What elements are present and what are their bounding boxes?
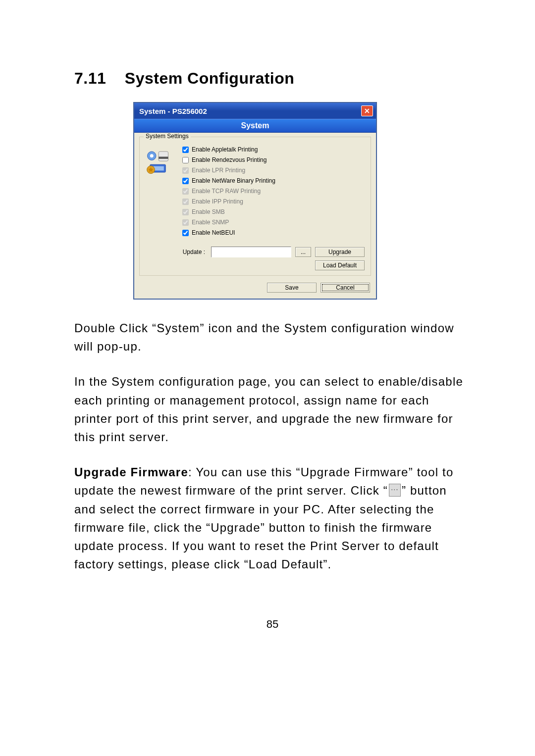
protocol-checkbox xyxy=(182,188,189,195)
section-number: 7.11 xyxy=(74,69,106,87)
cancel-button[interactable]: Cancel xyxy=(321,283,370,293)
protocol-label: Enable Appletalk Printing xyxy=(192,146,258,153)
check-row: Enable SMB xyxy=(182,208,365,215)
section-heading: 7.11 System Configuration xyxy=(74,69,471,88)
upgrade-button[interactable]: Upgrade xyxy=(315,247,365,257)
check-row: Enable LPR Printing xyxy=(182,167,365,174)
check-row: Enable SNMP xyxy=(182,219,365,226)
paragraph-2: In the System configuration page, you ca… xyxy=(74,372,471,446)
system-dialog: System - PS256002 ✕ System System Settin… xyxy=(134,102,376,299)
check-row: Enable NetWare Binary Printing xyxy=(182,177,365,184)
protocol-checkbox[interactable] xyxy=(182,147,189,153)
group-legend: System Settings xyxy=(144,133,191,140)
protocol-label: Enable IPP Printing xyxy=(192,198,243,205)
system-band: System xyxy=(134,119,376,133)
paragraph-1: Double Click “System” icon and the Syste… xyxy=(74,319,471,355)
protocol-checkbox xyxy=(182,167,189,174)
check-row: Enable NetBEUI xyxy=(182,229,365,236)
save-button[interactable]: Save xyxy=(267,283,317,293)
protocol-checkbox[interactable] xyxy=(182,230,189,236)
protocol-checkbox xyxy=(182,199,189,205)
protocol-label: Enable NetBEUI xyxy=(192,229,235,236)
protocol-label: Enable NetWare Binary Printing xyxy=(192,177,275,184)
load-default-button[interactable]: Load Default xyxy=(315,260,365,270)
svg-rect-4 xyxy=(159,151,168,161)
protocol-checkbox xyxy=(182,219,189,226)
system-settings-group: System Settings xyxy=(139,137,371,276)
page-number: 85 xyxy=(74,618,471,631)
upgrade-firmware-lead: Upgrade Firmware xyxy=(74,465,188,479)
update-label: Update : xyxy=(146,249,207,255)
section-title-text: System Configuration xyxy=(125,69,294,87)
check-row: Enable TCP RAW Printing xyxy=(182,188,365,195)
protocol-label: Enable SNMP xyxy=(192,219,229,226)
update-path-field[interactable] xyxy=(211,247,291,257)
config-icon xyxy=(146,148,173,176)
browse-icon xyxy=(389,484,401,497)
browse-button[interactable]: ... xyxy=(295,247,311,257)
protocol-label: Enable TCP RAW Printing xyxy=(192,188,261,195)
check-row: Enable IPP Printing xyxy=(182,198,365,205)
svg-point-3 xyxy=(150,154,154,157)
close-button[interactable]: ✕ xyxy=(361,105,373,116)
check-row: Enable Appletalk Printing xyxy=(182,146,365,153)
protocol-checkbox[interactable] xyxy=(182,157,189,163)
check-row: Enable Rendezvous Printing xyxy=(182,156,365,163)
protocol-checkbox[interactable] xyxy=(182,178,189,184)
dialog-title: System - PS256002 xyxy=(139,107,207,115)
paragraph-3: Upgrade Firmware: You can use this “Upgr… xyxy=(74,463,471,573)
protocol-label: Enable LPR Printing xyxy=(192,167,245,174)
dialog-titlebar: System - PS256002 ✕ xyxy=(134,103,376,119)
svg-rect-5 xyxy=(159,157,168,159)
close-icon: ✕ xyxy=(364,107,370,115)
protocol-label: Enable Rendezvous Printing xyxy=(192,156,267,163)
protocol-label: Enable SMB xyxy=(192,208,225,215)
protocol-checkbox xyxy=(182,209,189,215)
